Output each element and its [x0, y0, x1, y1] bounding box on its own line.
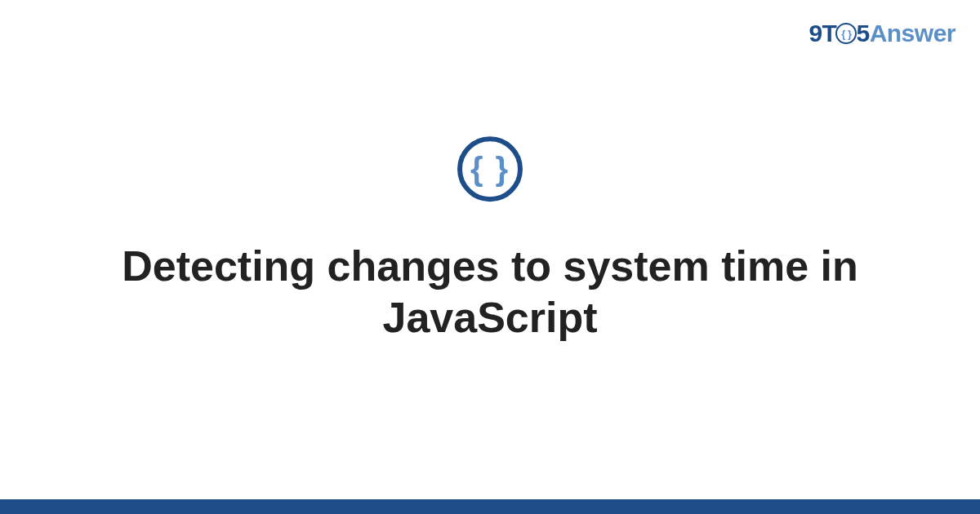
logo-circle-inner: { }: [841, 29, 851, 39]
footer-accent-bar: [0, 499, 980, 514]
main-content: { } Detecting changes to system time in …: [0, 136, 980, 344]
logo-text-9t: 9T: [808, 20, 836, 47]
code-braces-icon: { }: [457, 136, 523, 202]
logo-text-answer: Answer: [870, 20, 956, 47]
braces-glyph: { }: [470, 153, 510, 185]
brand-logo: 9T{ }5Answer: [808, 20, 956, 47]
logo-circle-icon: { }: [835, 23, 857, 44]
page-title: Detecting changes to system time in Java…: [65, 241, 915, 344]
logo-text-5: 5: [856, 20, 869, 47]
